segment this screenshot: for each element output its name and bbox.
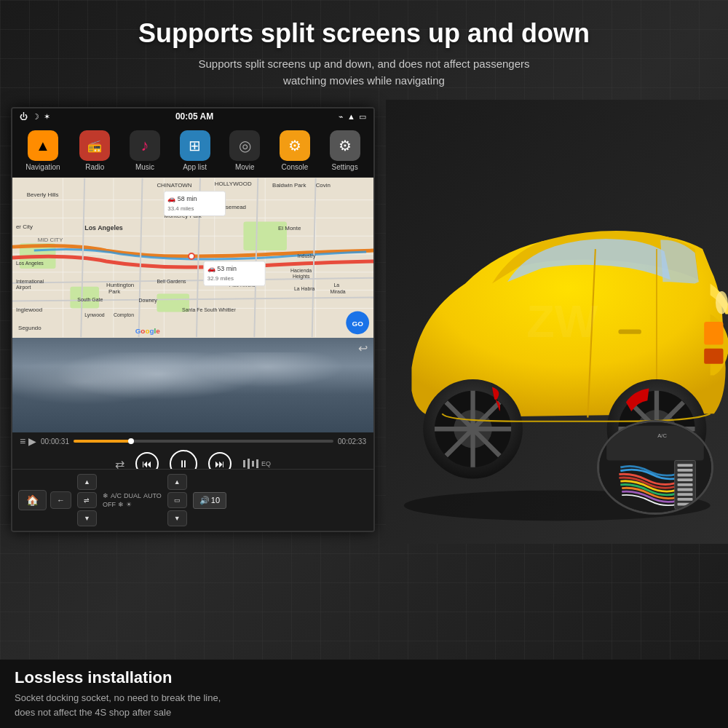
svg-text:Park: Park — [108, 288, 120, 295]
svg-rect-87 — [678, 469, 693, 472]
svg-text:Airport: Airport — [16, 285, 31, 290]
svg-text:er City: er City — [16, 223, 33, 230]
power-icon: ⏻ — [20, 112, 28, 121]
back-btn[interactable]: ↩ — [358, 341, 368, 355]
down-btn-right[interactable]: ▼ — [167, 510, 187, 526]
svg-text:ZW: ZW — [526, 296, 598, 347]
svg-rect-83 — [606, 426, 704, 461]
video-clouds — [12, 352, 373, 411]
svg-text:🚗 58 min: 🚗 58 min — [167, 194, 197, 203]
svg-point-64 — [716, 291, 728, 314]
svg-rect-90 — [678, 483, 693, 486]
brightness-icon: ✶ — [44, 112, 50, 122]
sub-title: Supports split screens up and down, and … — [15, 56, 713, 89]
playlist-icon[interactable]: ≡ ▶ — [20, 435, 36, 447]
svg-text:33.4 miles: 33.4 miles — [167, 205, 194, 212]
map-section[interactable]: Beverly Hills er City MID CITY Los Angel… — [12, 178, 373, 338]
svg-text:Huntington: Huntington — [106, 282, 134, 288]
app-list[interactable]: ⊞ App list — [180, 130, 210, 171]
settings-label: Settings — [332, 163, 358, 171]
bottom-controls-panel: 🏠 ← ▲ ⇌ ▼ ❄ A/C DUAL AUTO — [12, 469, 373, 531]
app-navigation[interactable]: ▲ Navigation — [25, 130, 60, 171]
up-btn-right[interactable]: ▲ — [167, 474, 187, 490]
svg-point-59 — [189, 254, 194, 258]
total-time: 00:02:33 — [338, 438, 366, 446]
up-btn-left[interactable]: ▲ — [77, 474, 97, 490]
back-nav-btn[interactable]: ← — [50, 491, 71, 509]
main-container: Supports split screens up and down Suppo… — [0, 0, 728, 728]
wiring-container: A/C — [597, 420, 713, 515]
volume-badge[interactable]: 🔊 10 — [193, 492, 226, 509]
app-radio[interactable]: 📻 Radio — [79, 130, 110, 171]
settings-icon: ⚙ — [330, 130, 360, 161]
svg-rect-89 — [678, 478, 693, 481]
svg-rect-88 — [678, 474, 693, 477]
app-icons-row: ▲ Navigation 📻 Radio ♪ Music ⊞ App list — [12, 124, 373, 178]
app-movie[interactable]: ◎ Movie — [229, 130, 260, 171]
svg-text:Google: Google — [135, 327, 161, 335]
svg-text:Santa Fe South Whittier: Santa Fe South Whittier — [182, 307, 236, 312]
right-controls: ▲ ▭ ▼ — [167, 474, 187, 526]
status-time: 00:05 AM — [175, 111, 213, 122]
auto-label: AUTO — [143, 492, 162, 499]
prev-btn[interactable]: ⏮ — [135, 452, 159, 469]
svg-text:Los Angeles: Los Angeles — [16, 261, 44, 266]
ac-label: A/C — [111, 492, 122, 499]
next-btn[interactable]: ⏭ — [208, 452, 232, 469]
svg-text:Lynwood: Lynwood — [84, 312, 105, 318]
screen-icon[interactable]: ▭ — [167, 492, 187, 508]
map-svg: Beverly Hills er City MID CITY Los Angel… — [12, 178, 373, 338]
heat-icon: ☀ — [126, 501, 132, 508]
applist-label: App list — [183, 163, 207, 171]
svg-text:Downey: Downey — [139, 298, 158, 304]
wiring-image: A/C — [599, 422, 711, 513]
svg-text:La: La — [333, 282, 339, 288]
car-section: ZW A/C — [386, 100, 728, 544]
ac-row2: OFF ❄ ☀ — [103, 501, 162, 508]
volume-value: 10 — [211, 496, 220, 505]
svg-text:Baldwin Park: Baldwin Park — [272, 182, 306, 189]
eq-icon[interactable]: EQ — [242, 458, 271, 469]
speaker-icon: 🔊 — [199, 496, 210, 505]
svg-text:South Gate: South Gate — [77, 297, 103, 302]
svg-text:Heights: Heights — [293, 274, 310, 280]
car-image: ZW A/C — [386, 100, 728, 544]
svg-text:32.9 miles: 32.9 miles — [207, 275, 234, 282]
movie-icon: ◎ — [229, 130, 260, 161]
navigation-label: Navigation — [25, 163, 60, 171]
svg-text:HOLLYWOOD: HOLLYWOOD — [215, 181, 252, 187]
moon-icon: ☽ — [32, 112, 39, 122]
svg-rect-91 — [678, 488, 693, 491]
home-btn[interactable]: 🏠 — [18, 490, 47, 510]
svg-text:Segundo: Segundo — [18, 325, 41, 331]
svg-rect-65 — [704, 322, 723, 345]
svg-text:A/C: A/C — [657, 432, 667, 439]
shuffle-icon[interactable]: ⇄ — [115, 457, 124, 470]
console-icon: ⚙ — [280, 130, 310, 161]
progress-dot — [128, 438, 134, 444]
off-label: OFF — [103, 501, 116, 508]
left-controls: ▲ ⇌ ▼ — [77, 474, 97, 526]
music-icon: ♪ — [130, 130, 160, 161]
ac-row1: ❄ A/C DUAL AUTO — [103, 492, 162, 499]
svg-text:La Habra: La Habra — [294, 286, 315, 291]
app-music[interactable]: ♪ Music — [130, 130, 160, 171]
svg-text:CHINATOWN: CHINATOWN — [157, 182, 191, 189]
pause-btn[interactable]: ⏸ — [170, 450, 197, 469]
fan-icon[interactable]: ⇌ — [77, 492, 97, 508]
svg-text:🚗 53 min: 🚗 53 min — [207, 264, 237, 273]
svg-text:Mirada: Mirada — [330, 289, 345, 294]
app-settings[interactable]: ⚙ Settings — [330, 130, 360, 171]
svg-text:Los Angeles: Los Angeles — [84, 224, 123, 232]
svg-text:Hacienda: Hacienda — [290, 268, 312, 273]
device-container: ⏻ ☽ ✶ 00:05 AM ⌁ ▲ ▭ ▲ Navigation — [0, 100, 386, 544]
svg-rect-94 — [678, 503, 693, 506]
movie-label: Movie — [235, 163, 255, 171]
app-console[interactable]: ⚙ Console — [280, 130, 310, 171]
down-btn-left[interactable]: ▼ — [77, 510, 97, 526]
svg-text:International: International — [16, 279, 44, 284]
bottom-section: Lossless installation Socket docking soc… — [0, 660, 728, 728]
progress-bar[interactable] — [74, 440, 333, 443]
progress-row: ≡ ▶ 00:00:31 00:02:33 — [20, 435, 366, 447]
dual-label: DUAL — [124, 492, 141, 499]
